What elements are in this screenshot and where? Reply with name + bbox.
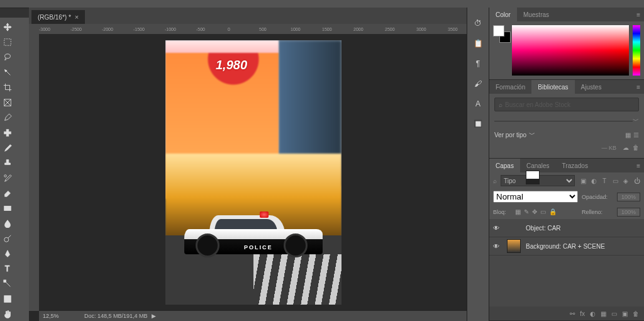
marquee-tool[interactable] <box>1 35 14 49</box>
layer-name: Object: CAR <box>526 225 561 232</box>
layer-item[interactable]: 👁 Object: CAR <box>489 219 644 237</box>
group-icon[interactable]: ▭ <box>611 310 617 317</box>
lock-label: Bloq: <box>493 209 506 215</box>
filter-shape-icon[interactable]: ▭ <box>611 177 619 184</box>
layer-list: 👁 Object: CAR 👁 Background: CAR + SCENE <box>489 219 644 307</box>
dodge-tool[interactable] <box>1 232 14 245</box>
tab-layers[interactable]: Capas <box>489 159 520 172</box>
visibility-icon[interactable]: 👁 <box>493 243 502 250</box>
opacity-value[interactable]: 100% <box>617 193 640 201</box>
filter-smart-icon[interactable]: ◈ <box>621 177 630 184</box>
zoom-level[interactable]: 12,5% <box>39 313 78 319</box>
paragraph-icon[interactable]: ¶ <box>472 58 484 69</box>
collapsed-panel-strip: ⏱ 📋 ¶ 🖌 A 🔲 <box>467 8 489 321</box>
grid-view-icon[interactable]: ▦ <box>625 132 631 138</box>
document-tab[interactable]: (RGB/16*) * × <box>31 10 85 24</box>
panel-menu-icon[interactable]: ≡ <box>636 84 644 91</box>
svg-rect-9 <box>4 280 6 283</box>
doc-info: Doc: 148,5 MB/191,4 MB <box>78 313 148 319</box>
cloud-icon[interactable]: ☁ <box>623 144 629 151</box>
color-spectrum[interactable] <box>512 25 629 76</box>
tab-learn[interactable]: Formación <box>489 80 531 94</box>
layer-name: Background: CAR + SCENE <box>526 243 605 250</box>
tab-adjustments[interactable]: Ajustes <box>575 80 608 94</box>
document-tab-bar: (RGB/16*) * × <box>29 8 468 24</box>
filter-adjust-icon[interactable]: ◐ <box>589 177 598 184</box>
stamp-tool[interactable] <box>1 156 14 170</box>
adjustment-icon[interactable]: ▦ <box>601 310 606 317</box>
trash-icon[interactable]: 🗑 <box>633 144 639 151</box>
shape-tool[interactable] <box>1 292 14 306</box>
pen-tool[interactable] <box>1 247 14 261</box>
eraser-tool[interactable] <box>1 186 14 200</box>
history-brush-tool[interactable] <box>1 171 14 185</box>
view-type-selector[interactable]: Ver por tipo ﹀ <box>494 130 535 139</box>
lock-position-icon[interactable]: ✥ <box>532 208 537 215</box>
search-icon: ⌕ <box>493 177 497 184</box>
opacity-label: Opacidad: <box>582 194 613 200</box>
eyedropper-tool[interactable] <box>1 111 14 125</box>
svg-rect-0 <box>4 39 11 46</box>
lock-pixels-icon[interactable]: ▦ <box>515 208 521 215</box>
list-view-icon[interactable]: ☰ <box>633 132 639 138</box>
tab-paths[interactable]: Trazados <box>556 159 594 172</box>
hand-tool[interactable] <box>1 307 14 321</box>
canvas-stage[interactable]: 1,980 POLICE <box>39 34 468 311</box>
blur-tool[interactable] <box>1 217 14 230</box>
doc-info-arrow-icon[interactable]: ▶ <box>152 313 156 319</box>
ruler-corner <box>29 24 39 34</box>
gradient-tool[interactable] <box>1 201 14 215</box>
panel-menu-icon[interactable]: ≡ <box>636 11 644 18</box>
filter-toggle-icon[interactable]: ⏻ <box>634 177 640 184</box>
svg-rect-10 <box>4 296 11 303</box>
fx-icon[interactable]: fx <box>580 310 585 317</box>
hue-bar[interactable] <box>633 25 640 76</box>
document-image: 1,980 POLICE <box>165 40 341 305</box>
filter-type-icon[interactable]: T <box>600 177 609 184</box>
visibility-icon[interactable]: 👁 <box>493 225 502 232</box>
document-area: (RGB/16*) * × -3000-2500-2000-1500-1000-… <box>29 8 468 321</box>
link-layers-icon[interactable]: ⚯ <box>570 310 575 317</box>
character-icon[interactable]: A <box>472 98 484 110</box>
kb-indicator: — KB <box>601 145 619 151</box>
library-search[interactable]: ⌕ Buscar en Adobe Stock <box>494 98 639 111</box>
type-tool[interactable]: T <box>1 262 14 276</box>
new-layer-icon[interactable]: ▣ <box>622 310 628 317</box>
svg-point-5 <box>4 175 7 177</box>
filter-pixel-icon[interactable]: ▣ <box>579 177 587 184</box>
fg-bg-swatch[interactable] <box>493 25 508 76</box>
tab-swatches[interactable]: Muestras <box>517 8 555 21</box>
move-tool[interactable] <box>1 20 14 34</box>
lock-brush-icon[interactable]: ✎ <box>524 208 529 215</box>
brush-tool[interactable] <box>1 141 14 155</box>
layer-thumbnail[interactable] <box>507 239 521 253</box>
lock-all-icon[interactable]: 🔒 <box>549 208 557 215</box>
panel-menu-icon[interactable]: ≡ <box>636 162 644 169</box>
blend-mode-select[interactable]: Normal <box>493 191 578 203</box>
chevron-down-icon[interactable]: ﹀ <box>633 116 639 125</box>
svg-point-1 <box>5 54 11 59</box>
heal-tool[interactable] <box>1 126 14 140</box>
mask-icon[interactable]: ◐ <box>590 310 596 317</box>
fill-value[interactable]: 100% <box>617 208 640 217</box>
close-icon[interactable]: × <box>75 13 79 21</box>
delete-icon[interactable]: 🗑 <box>633 310 639 317</box>
layers-shortcut-icon[interactable]: 🔲 <box>472 118 484 130</box>
brushes-icon[interactable]: 🖌 <box>472 78 484 89</box>
layer-thumbnail[interactable] <box>526 171 540 184</box>
frame-tool[interactable] <box>1 96 14 110</box>
canvas: -3000-2500-2000-1500-1000-50005001000150… <box>29 24 468 321</box>
color-panel: Color Muestras ≡ <box>489 8 644 80</box>
ruler-vertical <box>29 34 39 311</box>
tab-color[interactable]: Color <box>489 8 517 21</box>
tab-libraries[interactable]: Bibliotecas <box>531 80 574 94</box>
history-icon[interactable]: ⏱ <box>472 18 484 29</box>
path-tool[interactable] <box>1 277 14 291</box>
lasso-tool[interactable] <box>1 50 14 64</box>
wand-tool[interactable] <box>1 65 14 79</box>
chevron-down-icon: ﹀ <box>529 130 535 139</box>
crop-tool[interactable] <box>1 81 14 94</box>
lock-artboard-icon[interactable]: ▭ <box>540 208 546 215</box>
properties-icon[interactable]: 📋 <box>472 38 484 49</box>
layer-item[interactable]: 👁 Background: CAR + SCENE <box>489 237 644 256</box>
